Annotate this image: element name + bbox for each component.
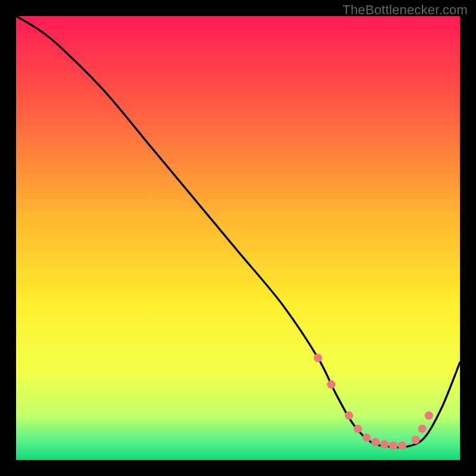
marker-dot [362, 434, 371, 442]
marker-dot [345, 411, 353, 419]
marker-dots [16, 16, 460, 460]
marker-dot [353, 425, 362, 433]
marker-dot [418, 425, 427, 433]
chart-frame: TheBottlenecker.com [0, 0, 476, 476]
marker-dot [411, 436, 419, 444]
marker-dot [327, 380, 336, 389]
marker-dot [314, 353, 322, 362]
plot-area [16, 16, 460, 460]
marker-dot [389, 441, 397, 450]
marker-dot [425, 411, 433, 419]
marker-dot [398, 441, 406, 450]
marker-dot [371, 438, 380, 446]
marker-dot [380, 440, 389, 449]
